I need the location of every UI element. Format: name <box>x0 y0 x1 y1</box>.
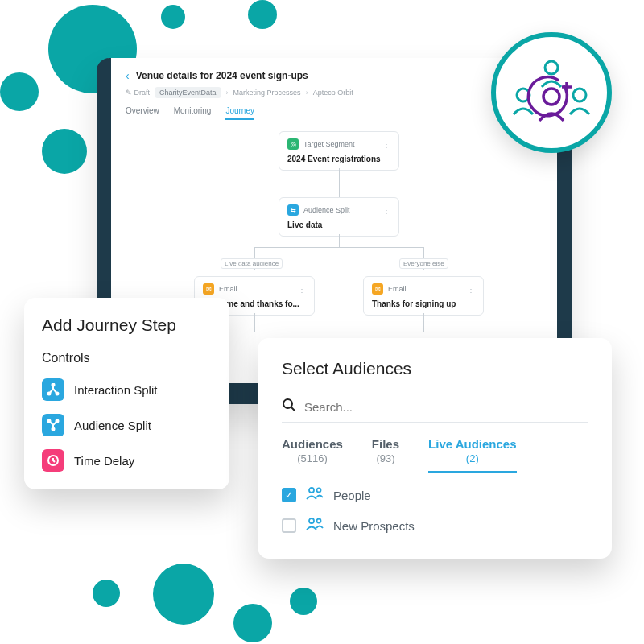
svg-point-9 <box>48 420 51 423</box>
node-email-right[interactable]: ✉Email⋮ Thanks for signing up <box>363 276 484 316</box>
svg-point-15 <box>309 488 314 493</box>
svg-point-8 <box>56 393 59 395</box>
audience-tabs: Audiences (5116) Files (93) Live Audienc… <box>282 437 588 473</box>
svg-point-0 <box>545 61 558 74</box>
tab-files[interactable]: Files (93) <box>372 437 399 473</box>
email-icon: ✉ <box>372 283 383 295</box>
decorative-dot <box>233 604 272 642</box>
back-icon[interactable]: ‹ <box>126 69 130 82</box>
interaction-split-icon <box>42 378 64 401</box>
decorative-dot <box>93 580 120 607</box>
checkbox-unchecked[interactable] <box>282 518 296 533</box>
people-icon <box>306 517 324 535</box>
branch-label-left: Live data audience <box>221 258 283 269</box>
search-input[interactable] <box>304 400 588 414</box>
decorative-dot <box>290 588 317 615</box>
breadcrumb-item[interactable]: Marketing Processes <box>233 89 301 97</box>
add-journey-step-panel: Add Journey Step Controls Interaction Sp… <box>24 298 229 489</box>
select-audiences-panel: Select Audiences Audiences (5116) Files … <box>258 338 612 559</box>
control-label: Audience Split <box>74 419 151 432</box>
svg-point-7 <box>48 393 51 395</box>
breadcrumb-item[interactable]: CharityEventData <box>155 87 221 98</box>
decorative-dot <box>161 5 185 29</box>
node-target-segment[interactable]: ◎Target Segment⋮ 2024 Event registration… <box>279 131 399 171</box>
svg-point-18 <box>317 519 321 523</box>
node-audience-split[interactable]: ⇆Audience Split⋮ Live data <box>279 197 399 237</box>
decorative-dot <box>153 564 214 625</box>
split-icon: ⇆ <box>287 204 299 216</box>
control-audience-split[interactable]: Audience Split <box>42 414 212 436</box>
node-menu-icon[interactable]: ⋮ <box>382 140 390 149</box>
decorative-dot <box>0 72 39 111</box>
svg-point-6 <box>52 384 55 386</box>
search-icon <box>282 398 296 415</box>
svg-line-14 <box>291 407 295 411</box>
node-menu-icon[interactable]: ⋮ <box>298 285 306 294</box>
email-icon: ✉ <box>203 283 214 295</box>
svg-point-3 <box>543 89 559 105</box>
tab-audiences[interactable]: Audiences (5116) <box>282 437 343 473</box>
svg-point-2 <box>573 89 586 101</box>
node-menu-icon[interactable]: ⋮ <box>382 206 390 215</box>
search-row <box>282 398 588 423</box>
people-group-icon <box>507 56 596 129</box>
control-time-delay[interactable]: Time Delay <box>42 449 212 472</box>
breadcrumb-item[interactable]: Apteco Orbit <box>313 89 353 97</box>
svg-point-17 <box>309 518 314 523</box>
page-title: Venue details for 2024 event sign-ups <box>136 70 308 81</box>
svg-point-13 <box>283 399 292 408</box>
target-icon: ◎ <box>287 138 299 150</box>
audience-label: People <box>333 489 371 502</box>
time-delay-icon <box>42 449 64 472</box>
tab-overview[interactable]: Overview <box>126 106 159 120</box>
control-label: Interaction Split <box>74 383 157 397</box>
people-icon <box>306 486 324 504</box>
checkbox-checked[interactable]: ✓ <box>282 488 296 502</box>
decorative-dot <box>248 0 277 29</box>
audience-row-people[interactable]: ✓ People <box>282 486 588 504</box>
draft-chip: ✎ Draft <box>126 89 150 97</box>
tab-live-audiences[interactable]: Live Audiences (2) <box>428 437 516 473</box>
panel-title: Add Journey Step <box>42 316 212 335</box>
svg-point-10 <box>56 420 59 423</box>
branch-label-right: Everyone else <box>399 258 448 269</box>
tab-bar: Overview Monitoring Journey <box>126 106 543 120</box>
control-label: Time Delay <box>74 454 134 468</box>
breadcrumb: ✎ Draft CharityEventData › Marketing Pro… <box>126 87 543 98</box>
audience-split-icon <box>42 414 64 436</box>
svg-point-11 <box>52 428 55 431</box>
control-interaction-split[interactable]: Interaction Split <box>42 378 212 401</box>
panel-title: Select Audiences <box>282 359 588 378</box>
audience-badge <box>491 32 612 153</box>
tab-monitoring[interactable]: Monitoring <box>174 106 212 120</box>
svg-point-16 <box>317 489 321 493</box>
audience-row-new-prospects[interactable]: New Prospects <box>282 517 588 535</box>
audience-label: New Prospects <box>333 519 415 533</box>
decorative-dot <box>42 129 87 174</box>
tab-journey[interactable]: Journey <box>225 106 254 120</box>
section-title: Controls <box>42 351 212 365</box>
node-menu-icon[interactable]: ⋮ <box>467 285 475 294</box>
